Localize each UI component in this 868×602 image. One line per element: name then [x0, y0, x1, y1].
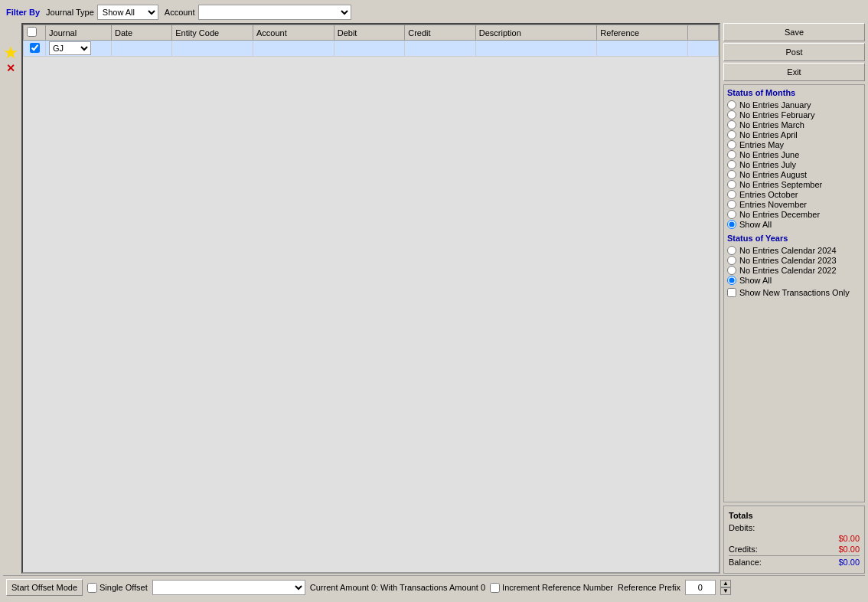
year-radio-y2022[interactable] — [727, 266, 736, 275]
status-panel: Status of Months No Entries JanuaryNo En… — [723, 84, 865, 502]
row-desc-cell[interactable] — [475, 41, 597, 57]
show-new-transactions-checkbox[interactable] — [727, 288, 736, 297]
year-label-y2023: No Entries Calendar 2023 — [739, 256, 837, 265]
single-offset-label: Single Offset — [100, 583, 148, 592]
journal-dropdown: GJ — [49, 41, 108, 55]
ref-spinner-down-button[interactable]: ▼ — [720, 587, 731, 595]
journal-type-label: Journal Type — [46, 8, 94, 17]
month-radio-mar[interactable] — [727, 120, 736, 129]
single-offset-group: Single Offset — [87, 583, 148, 593]
month-radio-item-mar: No Entries March — [727, 120, 861, 129]
years-radio-group: No Entries Calendar 2024No Entries Calen… — [727, 246, 861, 285]
row-checkbox-cell — [24, 41, 46, 57]
month-label-feb: No Entries February — [739, 110, 814, 119]
post-button[interactable]: Post — [723, 43, 865, 61]
month-radio-jun[interactable] — [727, 150, 736, 159]
current-amount-label: Current Amount 0: With Transactions Amou… — [310, 583, 485, 592]
month-radio-sep[interactable] — [727, 180, 736, 189]
filter-by-label: Filter By — [6, 8, 40, 17]
increment-ref-label: Increment Reference Number — [502, 583, 613, 592]
journal-type-row-select[interactable]: GJ — [49, 41, 91, 55]
show-new-transactions-item: Show New Transactions Only — [727, 288, 861, 297]
row-account-cell[interactable] — [253, 41, 334, 57]
exit-button[interactable]: Exit — [723, 63, 865, 81]
journal-type-group: Journal Type Show All — [46, 5, 158, 20]
month-label-apr: No Entries April — [739, 130, 798, 139]
account-select[interactable] — [198, 5, 351, 20]
year-label-all_years: Show All — [739, 276, 772, 285]
row-debit-cell[interactable] — [334, 41, 405, 57]
right-panel: Save Post Exit Status of Months No Entri… — [723, 23, 865, 574]
journal-table: Journal Date Entity Code Account — [23, 25, 719, 57]
col-header-journal: Journal — [46, 25, 112, 41]
month-radio-dec[interactable] — [727, 210, 736, 219]
month-label-jul: No Entries July — [739, 160, 796, 169]
table-wrapper: Journal Date Entity Code Account — [21, 23, 720, 574]
month-label-all_months: Show All — [739, 220, 772, 229]
month-radio-jul[interactable] — [727, 160, 736, 169]
row-entity-cell[interactable] — [172, 41, 253, 57]
year-radio-y2023[interactable] — [727, 256, 736, 265]
delete-icon[interactable]: ✕ — [4, 61, 18, 75]
row-ref-cell[interactable] — [597, 41, 688, 57]
totals-title: Totals — [729, 511, 860, 520]
content-area: ✕ Journal Date — [3, 23, 865, 574]
table-header-row: Journal Date Entity Code Account — [24, 25, 719, 41]
month-radio-apr[interactable] — [727, 130, 736, 139]
row-credit-cell[interactable] — [405, 41, 476, 57]
table-body-empty-area — [23, 57, 719, 363]
year-label-y2024: No Entries Calendar 2024 — [739, 246, 837, 255]
start-offset-button[interactable]: Start Offset Mode — [6, 579, 83, 596]
col-header-reference: Reference — [597, 25, 688, 41]
credits-row: Credits: $0.00 — [729, 545, 860, 554]
ref-spinner-up-button[interactable]: ▲ — [720, 580, 731, 587]
month-radio-item-apr: No Entries April — [727, 130, 861, 139]
ref-prefix-input[interactable] — [685, 580, 716, 595]
month-radio-item-sep: No Entries September — [727, 180, 861, 189]
row-date-cell[interactable] — [111, 41, 171, 57]
single-offset-checkbox[interactable] — [87, 583, 97, 593]
month-radio-nov[interactable] — [727, 200, 736, 209]
header-checkbox[interactable] — [27, 27, 37, 37]
col-header-credit: Credit — [405, 25, 476, 41]
month-label-jun: No Entries June — [739, 150, 799, 159]
col-header-debit: Debit — [334, 25, 405, 41]
year-radio-item-y2022: No Entries Calendar 2022 — [727, 266, 861, 275]
increment-ref-checkbox[interactable] — [490, 583, 500, 593]
bottom-bar: Start Offset Mode Single Offset Current … — [3, 575, 865, 599]
offset-dropdown[interactable] — [152, 580, 305, 595]
save-button[interactable]: Save — [723, 23, 865, 41]
year-radio-all_years[interactable] — [727, 276, 736, 285]
month-radio-item-jul: No Entries July — [727, 160, 861, 169]
month-radio-item-aug: No Entries August — [727, 170, 861, 179]
ref-spinner: ▲ ▼ — [720, 580, 731, 595]
month-radio-feb[interactable] — [727, 110, 736, 119]
month-radio-oct[interactable] — [727, 190, 736, 199]
row-extra-cell — [688, 41, 719, 57]
month-radio-may[interactable] — [727, 140, 736, 149]
star-icon[interactable] — [4, 46, 18, 60]
credits-value: $0.00 — [838, 545, 860, 554]
col-header-date: Date — [111, 25, 171, 41]
col-header-account: Account — [253, 25, 334, 41]
ref-prefix-label: Reference Prefix — [618, 583, 680, 592]
balance-value: $0.00 — [838, 558, 860, 567]
row-checkbox[interactable] — [30, 43, 40, 53]
left-icons-panel: ✕ — [3, 23, 18, 574]
month-label-mar: No Entries March — [739, 120, 804, 129]
month-radio-all_months[interactable] — [727, 220, 736, 229]
journal-type-select[interactable]: Show All — [97, 5, 158, 20]
col-header-checkbox — [24, 25, 46, 41]
totals-panel: Totals Debits: $0.00 Credits: $0.00 Bala… — [723, 505, 865, 574]
action-buttons: Save Post Exit — [723, 23, 865, 81]
month-radio-aug[interactable] — [727, 170, 736, 179]
show-new-transactions-label: Show New Transactions Only — [739, 288, 850, 297]
year-radio-item-all_years: Show All — [727, 276, 861, 285]
month-radio-item-jun: No Entries June — [727, 150, 861, 159]
month-radio-item-feb: No Entries February — [727, 110, 861, 119]
month-radio-item-dec: No Entries December — [727, 210, 861, 219]
month-radio-item-may: Entries May — [727, 140, 861, 149]
month-radio-jan[interactable] — [727, 100, 736, 110]
year-radio-item-y2023: No Entries Calendar 2023 — [727, 256, 861, 265]
year-radio-y2024[interactable] — [727, 246, 736, 255]
